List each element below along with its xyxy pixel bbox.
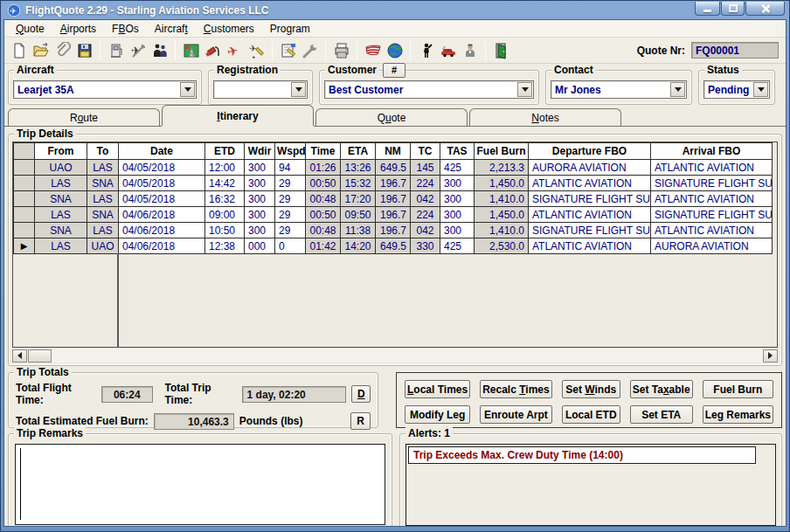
local-times-button[interactable]: Local Times [405,380,470,398]
grid-cell[interactable]: 196.7 [376,207,411,223]
grid-cell[interactable]: 04/06/2018 [119,223,205,238]
grid-cell[interactable]: 16:32 [205,191,245,207]
grid-cell[interactable]: 00:48 [306,191,341,207]
customer-number-button[interactable]: # [383,63,405,78]
grid-cell[interactable]: 330 [411,238,440,254]
grid-cell[interactable]: ATLANTIC AVIATION [529,207,651,223]
exit-door-button[interactable] [490,39,512,61]
grid-cell[interactable]: LAS [87,223,119,238]
d-button[interactable]: D [351,385,371,403]
save-floppy-button[interactable] [73,39,95,61]
grid-cell[interactable]: SIGNATURE FLIGHT SUF [529,223,651,238]
alert-item[interactable]: Trip Exceeds Max. Crew Duty Time (14:00) [408,446,756,464]
tab-quote[interactable]: Quote [315,108,468,126]
wrench-button[interactable] [299,39,321,61]
grid-cell[interactable]: 29 [275,207,306,223]
row-selector[interactable] [14,223,35,238]
grid-cell[interactable]: SIGNATURE FLIGHT SUF [651,176,773,191]
grid-cell[interactable]: ATLANTIC AVIATION [529,238,651,254]
grid-cell[interactable]: 300 [245,207,275,223]
grid-cell[interactable]: 196.7 [376,176,411,191]
grid-cell[interactable]: 14:42 [205,176,245,191]
title-bar[interactable]: ✈ FlightQuote 2.29 - Starling Aviation S… [3,1,787,19]
tab-itinerary[interactable]: Itinerary [162,105,314,126]
grid-cell[interactable]: 649.5 [376,238,411,254]
grid-cell[interactable]: 300 [245,223,275,238]
modify-leg-button[interactable]: Modify Leg [405,405,470,424]
fuel-nozzle-button[interactable] [202,39,224,61]
horizontal-scrollbar[interactable] [12,349,778,363]
set-taxable-button[interactable]: Set Taxable [630,380,693,398]
grid-cell[interactable]: 94 [275,160,306,176]
tab-route[interactable]: Route [8,108,160,126]
grid-cell[interactable]: 09:50 [341,207,376,223]
registration-dropdown-button[interactable] [291,82,306,97]
grid-cell[interactable]: 300 [440,207,475,223]
person-waving-button[interactable] [415,39,437,61]
grid-cell[interactable]: 15:32 [341,176,376,191]
grid-cell[interactable]: 29 [275,191,306,207]
grid-cell[interactable]: 300 [245,176,275,191]
grid-cell[interactable]: 04/05/2018 [119,191,205,207]
grid-cell[interactable]: 300 [440,191,475,207]
paperclip-button[interactable] [52,39,73,61]
grid-cell[interactable]: 042 [411,191,440,207]
airport-runway-button[interactable] [180,39,202,61]
grid-cell[interactable]: 196.7 [376,223,411,238]
car-button[interactable] [437,39,459,61]
contact-dropdown-button[interactable] [670,82,685,97]
grid-cell[interactable]: 29 [275,176,306,191]
grid-cell[interactable]: 00:50 [306,176,341,191]
grid-cell[interactable]: AURORA AVIATION [651,238,773,254]
grid-cell[interactable]: SIGNATURE FLIGHT SUF [651,207,773,223]
row-selector[interactable] [14,160,35,176]
grid-cell[interactable]: 00:50 [306,207,341,223]
grid-cell[interactable]: 000 [245,238,275,254]
us-flag-map-button[interactable] [362,39,384,61]
row-selector[interactable] [14,207,35,223]
grid-cell[interactable]: 425 [440,160,475,176]
recalc-times-button[interactable]: Recalc Times [480,380,552,398]
grid-cell[interactable]: 04/05/2018 [119,160,205,176]
grid-cell[interactable]: AURORA AVIATION [529,160,651,176]
grid-cell[interactable]: 12:38 [205,238,245,254]
grid-cell[interactable]: 04/06/2018 [119,238,205,254]
grid-cell[interactable]: 425 [440,238,475,254]
grid-cell[interactable]: 1,410.0 [475,191,529,207]
bellhop-person-button[interactable] [459,39,481,61]
airplane-pencil-button[interactable]: ✈ [246,39,267,61]
grid-cell[interactable]: ATLANTIC AVIATION [651,160,773,176]
grid-cell[interactable]: 29 [275,223,306,238]
customer-combobox[interactable]: Best Customer [324,80,534,99]
row-selector[interactable]: ▶ [14,238,35,254]
grid-cell[interactable]: 01:26 [306,160,341,176]
close-button[interactable] [745,2,785,16]
grid-cell[interactable]: 04/05/2018 [119,176,205,191]
enroute-arpt-button[interactable]: Enroute Arpt [480,405,552,424]
grid-cell[interactable]: 00:48 [306,223,341,238]
grid-cell[interactable]: SIGNATURE FLIGHT SUF [529,191,651,207]
tab-notes[interactable]: Notes [469,108,621,126]
grid-cell[interactable]: 300 [440,176,475,191]
grid-cell[interactable]: ATLANTIC AVIATION [529,176,651,191]
set-winds-button[interactable]: Set Winds [562,380,620,398]
grid-cell[interactable]: 2,530.0 [475,238,529,254]
grid-cell[interactable]: 11:38 [341,223,376,238]
grid-cell[interactable]: 0 [275,238,306,254]
menu-quote[interactable]: Quote [8,21,52,37]
r-button[interactable]: R [350,412,371,430]
menu-fbos[interactable]: FBOs [104,21,147,37]
menu-customers[interactable]: Customers [196,21,262,37]
grid-cell[interactable]: 196.7 [376,191,411,207]
grid-cell[interactable]: 224 [411,207,440,223]
fuel-burn-button[interactable]: Fuel Burn [703,380,773,398]
maximize-button[interactable] [721,2,745,16]
status-dropdown-button[interactable] [753,82,768,97]
open-folder-button[interactable] [30,39,52,61]
new-document-button[interactable] [8,39,30,61]
grid-cell[interactable]: 2,213.3 [475,160,529,176]
aircraft-dropdown-button[interactable] [180,82,195,97]
menu-airports[interactable]: Airports [52,21,104,37]
grid-cell[interactable]: 09:00 [205,207,245,223]
menu-aircraft[interactable]: Aircraft [147,21,196,37]
